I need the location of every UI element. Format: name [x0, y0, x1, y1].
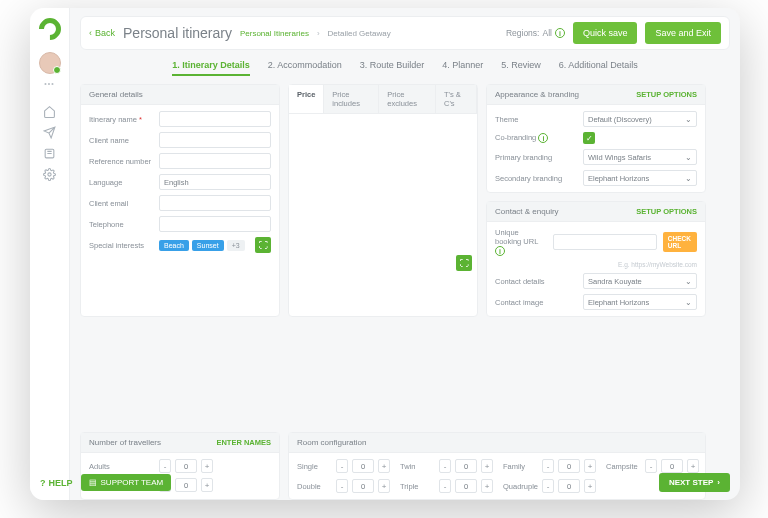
room-label: Campsite [606, 462, 640, 471]
expand-icon[interactable]: ⛶ [456, 255, 472, 271]
chevron-down-icon: ⌄ [685, 298, 692, 307]
chevron-right-icon: › [717, 478, 720, 487]
special-interests-chips[interactable]: Beach Sunset +3 [159, 240, 249, 251]
plus-button[interactable]: + [201, 459, 213, 473]
client-email-label: Client email [89, 199, 153, 208]
reference-input[interactable] [159, 153, 271, 169]
minus-button[interactable]: - [645, 459, 657, 473]
breadcrumb-1[interactable]: Personal Itineraries [240, 29, 309, 38]
settings-icon[interactable] [42, 167, 57, 182]
itinerary-name-label: Itinerary name [89, 115, 153, 124]
room-stepper[interactable]: -0+ [439, 459, 493, 473]
tab-itinerary-details[interactable]: 1. Itinerary Details [172, 60, 250, 76]
booking-url-label: Unique booking URL i [495, 228, 547, 256]
svg-point-1 [48, 173, 51, 176]
contact-title: Contact & enquiry [495, 207, 559, 216]
contact-image-label: Contact image [495, 298, 577, 307]
ptab-includes[interactable]: Price includes [324, 85, 379, 113]
ptab-price[interactable]: Price [289, 85, 324, 113]
expand-icon[interactable]: ⛶ [255, 237, 271, 253]
price-card: Price Price includes Price excludes T's … [288, 84, 478, 317]
appearance-card: Appearance & brandingSETUP OPTIONS Theme… [486, 84, 706, 193]
chip-more[interactable]: +3 [227, 240, 245, 251]
page-title: Personal itinerary [123, 25, 232, 41]
help-link[interactable]: ?HELP [40, 478, 73, 488]
primary-branding-select[interactable]: Wild Wings Safaris⌄ [583, 149, 697, 165]
chevron-left-icon: ‹ [89, 28, 92, 38]
tab-accommodation[interactable]: 2. Accommodation [268, 60, 342, 76]
booking-url-hint: E.g. https://myWebsite.com [495, 261, 697, 268]
plus-button[interactable]: + [687, 459, 699, 473]
co-branding-checkbox[interactable]: ✓ [583, 132, 595, 144]
setup-options-link[interactable]: SETUP OPTIONS [636, 207, 697, 216]
save-exit-button[interactable]: Save and Exit [645, 22, 721, 44]
more-icon: ••• [44, 80, 54, 88]
plus-button[interactable]: + [481, 459, 493, 473]
breadcrumb-sep: › [317, 29, 320, 38]
library-icon[interactable] [42, 146, 57, 161]
rooms-title: Room configuration [297, 438, 366, 447]
contact-image-select[interactable]: Elephant Horizons⌄ [583, 294, 697, 310]
special-interests-label: Special interests [89, 241, 153, 250]
client-email-input[interactable] [159, 195, 271, 211]
top-bar: ‹ Back Personal itinerary Personal Itine… [80, 16, 730, 50]
booking-url-input[interactable] [553, 234, 657, 250]
room-stepper[interactable]: -0+ [542, 459, 596, 473]
chip-beach[interactable]: Beach [159, 240, 189, 251]
ptab-terms[interactable]: T's & C's [436, 85, 477, 113]
general-details-card: General details Itinerary name Client na… [80, 84, 280, 317]
minus-button[interactable]: - [542, 459, 554, 473]
tab-review[interactable]: 5. Review [501, 60, 541, 76]
room-item: Campsite-0+ [606, 459, 699, 473]
tab-additional-details[interactable]: 6. Additional Details [559, 60, 638, 76]
appearance-title: Appearance & branding [495, 90, 579, 99]
room-stepper[interactable]: -0+ [645, 459, 699, 473]
quick-save-button[interactable]: Quick save [573, 22, 638, 44]
client-name-input[interactable] [159, 132, 271, 148]
telephone-input[interactable] [159, 216, 271, 232]
theme-select[interactable]: Default (Discovery)⌄ [583, 111, 697, 127]
user-avatar[interactable] [39, 52, 61, 74]
minus-button[interactable]: - [439, 459, 451, 473]
primary-branding-label: Primary branding [495, 153, 577, 162]
price-body[interactable]: ⛶ [289, 114, 477, 276]
chip-sunset[interactable]: Sunset [192, 240, 224, 251]
send-icon[interactable] [42, 125, 57, 140]
enter-names-link[interactable]: ENTER NAMES [216, 438, 271, 447]
chevron-down-icon: ⌄ [685, 153, 692, 162]
chevron-down-icon: ⌄ [685, 277, 692, 286]
ptab-excludes[interactable]: Price excludes [379, 85, 436, 113]
tab-planner[interactable]: 4. Planner [442, 60, 483, 76]
room-label: Family [503, 462, 537, 471]
travellers-title: Number of travellers [89, 438, 161, 447]
tab-route-builder[interactable]: 3. Route Builder [360, 60, 425, 76]
setup-options-link[interactable]: SETUP OPTIONS [636, 90, 697, 99]
co-branding-label: Co-branding i [495, 133, 577, 143]
info-icon: i [555, 28, 565, 38]
back-label: Back [95, 28, 115, 38]
room-item: Single-0+ [297, 459, 390, 473]
language-input[interactable] [159, 174, 271, 190]
next-step-button[interactable]: NEXT STEP› [659, 473, 730, 492]
chevron-down-icon: ⌄ [685, 115, 692, 124]
home-icon[interactable] [42, 104, 57, 119]
contact-details-label: Contact details [495, 277, 577, 286]
support-team-button[interactable]: ▤SUPPORT TEAM [81, 474, 172, 491]
minus-button[interactable]: - [336, 459, 348, 473]
step-tabs: 1. Itinerary Details 2. Accommodation 3.… [70, 60, 740, 76]
room-label: Twin [400, 462, 434, 471]
room-stepper[interactable]: -0+ [336, 459, 390, 473]
room-item: Family-0+ [503, 459, 596, 473]
check-url-button[interactable]: CHECK URL [663, 232, 697, 252]
regions-filter[interactable]: Regions: All i [506, 28, 565, 38]
plus-button[interactable]: + [584, 459, 596, 473]
itinerary-name-input[interactable] [159, 111, 271, 127]
adults-label: Adults [89, 462, 153, 471]
help-icon: ? [40, 478, 46, 488]
minus-button[interactable]: - [159, 459, 171, 473]
contact-details-select[interactable]: Sandra Kouyate⌄ [583, 273, 697, 289]
secondary-branding-select[interactable]: Elephant Horizons⌄ [583, 170, 697, 186]
plus-button[interactable]: + [378, 459, 390, 473]
back-link[interactable]: ‹ Back [89, 28, 115, 38]
adults-stepper[interactable]: -0+ [159, 459, 213, 473]
